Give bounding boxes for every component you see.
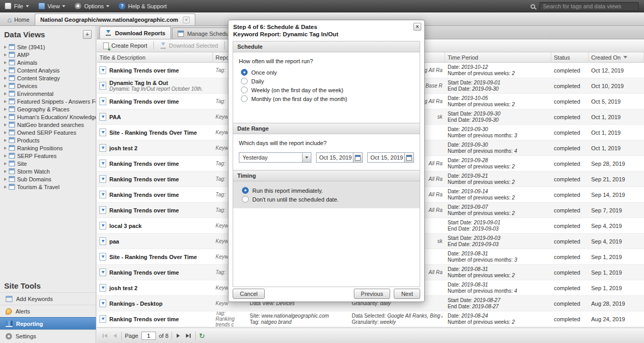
tree-item[interactable]: Owned SERP Features: [3, 128, 96, 136]
download-selected-button[interactable]: Download Selected: [158, 41, 221, 50]
table-row[interactable]: Ranking Trends over timeTag: Ranking tre…: [97, 311, 644, 327]
schedule-radio[interactable]: [241, 95, 248, 102]
time-period-cell: Date: 2019-09-30Number of previous month…: [445, 125, 551, 140]
expand-arrow-icon[interactable]: [4, 84, 7, 88]
tree-item[interactable]: Content Analysis: [3, 66, 96, 74]
expand-arrow-icon[interactable]: [4, 92, 7, 95]
col-time-period[interactable]: Time Period: [445, 52, 551, 62]
tree-item[interactable]: Site: [3, 160, 96, 167]
caret-down-icon: [26, 5, 29, 7]
expand-arrow-icon[interactable]: [4, 139, 7, 142]
last-page-button[interactable]: [184, 332, 192, 339]
tree-item[interactable]: Site (3941): [3, 43, 96, 51]
col-created-on[interactable]: Created On: [589, 52, 644, 62]
tree-item[interactable]: Geography & Places: [3, 105, 96, 113]
dialog-close-button[interactable]: ×: [413, 23, 421, 31]
end-date-field[interactable]: Oct 15, 2019: [367, 152, 414, 163]
title-description-cell: Ranking Trends over time: [97, 265, 213, 280]
site-tool-add-keywords[interactable]: Add Keywords: [0, 292, 96, 305]
time-period-line: Date: 2019-08-31: [448, 251, 549, 257]
tab-home[interactable]: Home: [2, 14, 35, 25]
tree-item[interactable]: Tourism & Travel: [3, 183, 96, 191]
report-icon: [99, 253, 106, 261]
search-input[interactable]: [539, 2, 639, 11]
schedule-radio[interactable]: [241, 87, 248, 93]
schedule-radio[interactable]: [241, 78, 248, 84]
menu-item-help[interactable]: Help & Support: [114, 0, 171, 12]
tree-item[interactable]: Human's Education/ Knowledge: [3, 113, 96, 121]
tree-item[interactable]: Ranking Positions: [3, 144, 96, 152]
first-page-button[interactable]: [101, 332, 109, 339]
next-page-button[interactable]: [175, 332, 181, 339]
previous-button[interactable]: Previous: [354, 289, 391, 299]
expand-arrow-icon[interactable]: [4, 178, 7, 181]
col-label: Created On: [591, 54, 621, 61]
tree-item[interactable]: Sub Domains: [3, 175, 96, 183]
col-status[interactable]: Status: [551, 52, 589, 62]
expand-arrow-icon[interactable]: [4, 154, 7, 158]
tree-item[interactable]: Content Strategy: [3, 74, 96, 82]
expand-arrow-icon[interactable]: [4, 131, 7, 134]
menu-item-options[interactable]: Options: [70, 0, 114, 12]
site-tool-alerts[interactable]: Alerts: [0, 305, 96, 317]
end-date-picker-button[interactable]: [404, 153, 413, 162]
tree-item[interactable]: Animals: [3, 59, 96, 66]
tree-item[interactable]: Featured Snippets - Answers Fea: [3, 97, 96, 105]
create-report-button[interactable]: Create Report: [101, 41, 150, 50]
schedule-radio-selected[interactable]: [241, 69, 248, 76]
schedule-option[interactable]: Daily: [233, 77, 420, 85]
menu-item-view[interactable]: View: [34, 0, 70, 12]
report-icon: [99, 315, 106, 323]
menu-item-file[interactable]: File: [0, 0, 34, 12]
next-button[interactable]: Next: [394, 289, 420, 299]
schedule-option[interactable]: Monthly (on the first day of the month): [233, 94, 420, 103]
date-range-question: Which days will the report include?: [233, 134, 420, 150]
expand-arrow-icon[interactable]: [4, 61, 7, 64]
add-data-view-button[interactable]: +: [83, 30, 92, 39]
expand-arrow-icon[interactable]: [4, 147, 7, 150]
schedule-question: How often will the report run?: [233, 52, 420, 68]
tab-download-reports[interactable]: Download Reports: [99, 26, 171, 39]
expand-arrow-icon[interactable]: [4, 53, 7, 56]
site-tool-settings[interactable]: Settings: [0, 330, 96, 342]
timing-radio[interactable]: [242, 196, 249, 203]
timing-option[interactable]: Run this report immediately.: [234, 186, 419, 195]
date-preset-select[interactable]: Yesterday: [239, 152, 311, 163]
start-date-picker-button[interactable]: [353, 153, 362, 162]
tree-item[interactable]: SERP Features: [3, 152, 96, 160]
expand-arrow-icon[interactable]: [4, 185, 7, 189]
site-tool-reporting[interactable]: Reporting: [0, 317, 96, 330]
col-title-description[interactable]: Title & Description: [97, 52, 213, 62]
tree-item[interactable]: Devices: [3, 82, 96, 90]
expand-arrow-icon[interactable]: [4, 162, 7, 165]
title-description-cell: josh test 2: [97, 140, 213, 155]
tab-national-geographic[interactable]: National Geographic/www.nationalgeograph…: [35, 13, 195, 25]
prev-page-button[interactable]: [112, 332, 118, 339]
expand-arrow-icon[interactable]: [4, 108, 7, 111]
scope-line: Tag: natgeo brand: [250, 319, 347, 325]
tree-item[interactable]: NatGeo branded searches: [3, 121, 96, 128]
expand-arrow-icon[interactable]: [4, 100, 7, 103]
expand-arrow-icon[interactable]: [4, 77, 7, 80]
expand-arrow-icon[interactable]: [4, 170, 7, 173]
tab-close-icon[interactable]: ×: [183, 17, 190, 23]
title-description-cell: PAA: [97, 109, 213, 124]
start-date-field[interactable]: Oct 15, 2019: [316, 152, 363, 163]
select-dropdown-button[interactable]: [302, 153, 311, 162]
tree-item[interactable]: Environmental: [3, 90, 96, 97]
expand-arrow-icon[interactable]: [4, 46, 7, 49]
page-number-input[interactable]: [141, 332, 156, 340]
expand-arrow-icon[interactable]: [4, 116, 7, 119]
tree-item[interactable]: AMP: [3, 51, 96, 59]
schedule-option[interactable]: Weekly (on the first day of the week): [233, 85, 420, 94]
expand-arrow-icon[interactable]: [4, 69, 7, 72]
timing-option[interactable]: Don't run until the scheduled date.: [234, 195, 419, 204]
tree-item[interactable]: Storm Watch: [3, 167, 96, 175]
tree-item[interactable]: Products: [3, 136, 96, 144]
cancel-button[interactable]: Cancel: [233, 289, 265, 299]
refresh-icon[interactable]: [199, 332, 205, 339]
expand-arrow-icon[interactable]: [4, 123, 7, 126]
timing-radio-selected[interactable]: [242, 187, 249, 194]
data-selected-fragment: All Ra: [428, 161, 442, 167]
schedule-option[interactable]: Once only: [233, 68, 420, 77]
